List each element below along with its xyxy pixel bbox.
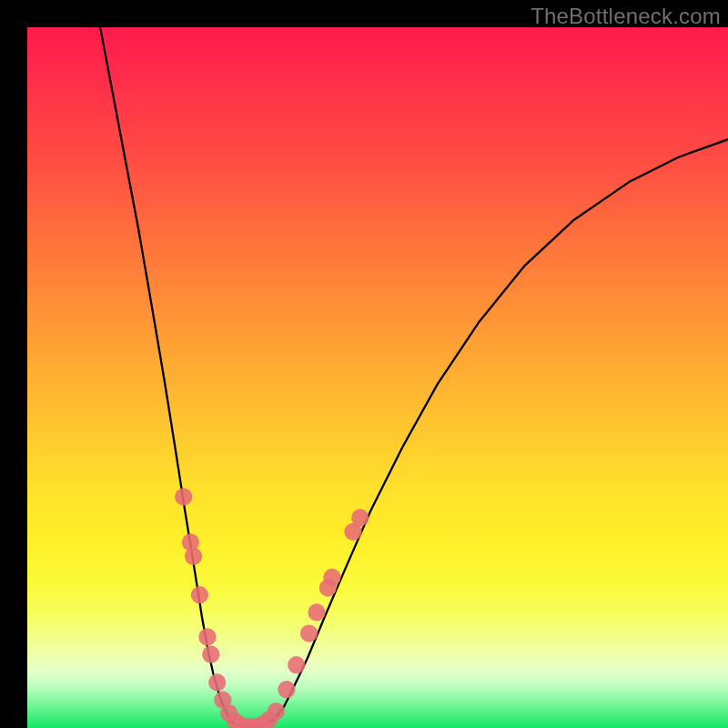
watermark-text: TheBottleneck.com [531, 4, 721, 29]
data-dot [185, 548, 202, 565]
data-dot [268, 703, 285, 720]
data-dot [202, 646, 219, 663]
data-dot [278, 681, 295, 698]
data-dot [300, 624, 318, 642]
data-dot [175, 488, 192, 505]
data-dot [288, 656, 305, 673]
data-dot [308, 603, 325, 621]
curve-right-branch [269, 139, 728, 723]
chart-frame: TheBottleneck.com [0, 0, 728, 728]
data-dot [191, 586, 208, 603]
data-dot [323, 569, 340, 586]
data-dot [208, 673, 226, 691]
data-dot [198, 628, 216, 645]
dots-group [175, 488, 369, 728]
plot-area [27, 27, 728, 728]
curve-layer [27, 27, 728, 728]
data-dot [351, 509, 369, 526]
curve-left-branch [100, 27, 233, 723]
